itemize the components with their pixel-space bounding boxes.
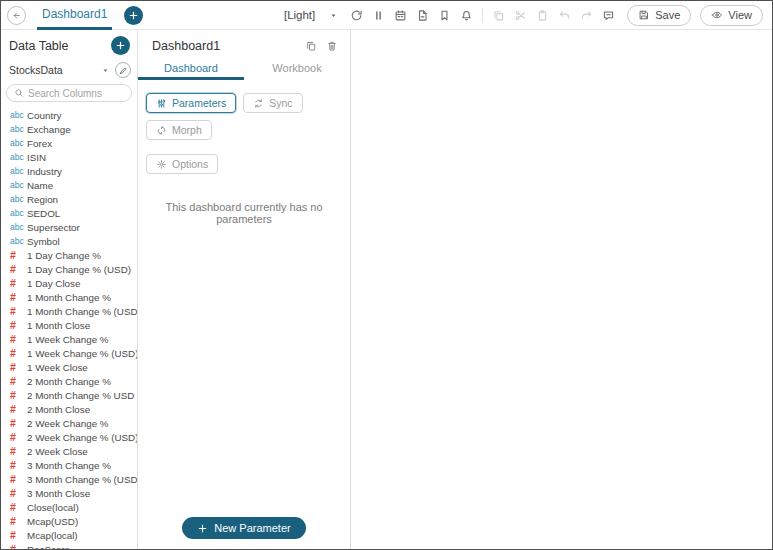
column-item[interactable]: abcCountry bbox=[10, 108, 137, 122]
notifications-icon[interactable] bbox=[457, 6, 476, 24]
new-parameter-button[interactable]: New Parameter bbox=[182, 517, 305, 539]
column-item[interactable]: #1 Day Close bbox=[10, 276, 137, 290]
duplicate-icon bbox=[305, 40, 317, 52]
edit-table-button[interactable] bbox=[115, 62, 131, 78]
column-item[interactable]: abcExchange bbox=[10, 122, 137, 136]
column-item[interactable]: #2 Week Change % bbox=[10, 416, 137, 430]
table-name[interactable]: StocksData bbox=[9, 64, 63, 76]
theme-label: [Light] bbox=[284, 9, 315, 21]
morph-button[interactable]: Morph bbox=[146, 120, 212, 140]
column-label: 1 Month Change % (USD) bbox=[27, 306, 137, 317]
search-icon bbox=[14, 88, 24, 98]
column-item[interactable]: #2 Month Close bbox=[10, 402, 137, 416]
numeric-type-icon: # bbox=[10, 375, 27, 387]
pencil-icon bbox=[119, 66, 128, 75]
column-item[interactable]: #1 Week Change % (USD) bbox=[10, 346, 137, 360]
text-type-icon: abc bbox=[10, 166, 27, 176]
numeric-type-icon: # bbox=[10, 529, 27, 541]
tab-workbook[interactable]: Workbook bbox=[244, 58, 350, 80]
duplicate-dashboard-button[interactable] bbox=[305, 40, 317, 52]
column-item[interactable]: abcSupersector bbox=[10, 220, 137, 234]
column-item[interactable]: #Close(local) bbox=[10, 500, 137, 514]
pause-icon[interactable] bbox=[369, 6, 388, 24]
numeric-type-icon: # bbox=[10, 277, 27, 289]
gear-icon bbox=[156, 159, 167, 170]
redo-icon bbox=[577, 6, 596, 24]
column-item[interactable]: #1 Month Change % (USD) bbox=[10, 304, 137, 318]
column-item[interactable]: #1 Week Close bbox=[10, 360, 137, 374]
panel-title: Dashboard1 bbox=[152, 39, 220, 53]
dashboard-canvas[interactable] bbox=[351, 30, 772, 549]
column-item[interactable]: #Mcap(local) bbox=[10, 528, 137, 542]
column-item[interactable]: #2 Week Close bbox=[10, 444, 137, 458]
column-item[interactable]: abcSEDOL bbox=[10, 206, 137, 220]
caret-down-icon[interactable] bbox=[101, 66, 110, 75]
column-item[interactable]: abcIndustry bbox=[10, 164, 137, 178]
column-item[interactable]: abcISIN bbox=[10, 150, 137, 164]
column-item[interactable]: #1 Week Change % bbox=[10, 332, 137, 346]
add-dashboard-button[interactable] bbox=[124, 6, 143, 25]
column-item[interactable]: abcRegion bbox=[10, 192, 137, 206]
add-data-table-button[interactable] bbox=[111, 36, 130, 55]
bookmark-icon[interactable] bbox=[435, 6, 454, 24]
view-button-label: View bbox=[728, 9, 752, 21]
new-parameter-label: New Parameter bbox=[214, 522, 290, 534]
column-item[interactable]: #3 Month Change % (USD) bbox=[10, 472, 137, 486]
column-item[interactable]: #Mcap(USD) bbox=[10, 514, 137, 528]
column-item[interactable]: #1 Month Close bbox=[10, 318, 137, 332]
text-type-icon: abc bbox=[10, 152, 27, 162]
delete-dashboard-button[interactable] bbox=[326, 40, 338, 52]
column-item[interactable]: abcForex bbox=[10, 136, 137, 150]
comment-icon[interactable] bbox=[599, 6, 618, 24]
column-item[interactable]: #2 Month Change % USD bbox=[10, 388, 137, 402]
column-label: Mcap(USD) bbox=[27, 516, 78, 527]
theme-selector[interactable]: [Light] bbox=[284, 9, 338, 21]
column-item[interactable]: #2 Week Change % (USD) bbox=[10, 430, 137, 444]
column-label: 1 Month Close bbox=[27, 320, 90, 331]
save-button-label: Save bbox=[655, 9, 680, 21]
sync-button-label: Sync bbox=[269, 97, 292, 109]
column-item[interactable]: #3 Month Close bbox=[10, 486, 137, 500]
plus-icon bbox=[197, 523, 208, 534]
save-button[interactable]: Save bbox=[627, 5, 691, 26]
refresh-icon[interactable] bbox=[347, 6, 366, 24]
top-toolbar: Dashboard1 [Light] Save View bbox=[1, 1, 772, 30]
column-item[interactable]: abcName bbox=[10, 178, 137, 192]
column-label: Supersector bbox=[27, 222, 80, 233]
tab-dashboard1[interactable]: Dashboard1 bbox=[37, 1, 112, 30]
parameters-button[interactable]: Parameters bbox=[146, 93, 236, 113]
save-icon bbox=[638, 9, 650, 21]
search-columns-input[interactable] bbox=[28, 88, 124, 99]
column-item[interactable]: #3 Month Change % bbox=[10, 458, 137, 472]
export-file-icon[interactable] bbox=[413, 6, 432, 24]
column-item[interactable]: #RecScore bbox=[10, 542, 137, 549]
sync-button[interactable]: Sync bbox=[243, 93, 302, 113]
numeric-type-icon: # bbox=[10, 249, 27, 261]
column-item[interactable]: abcSymbol bbox=[10, 234, 137, 248]
tab-workbook-label: Workbook bbox=[272, 62, 321, 74]
numeric-type-icon: # bbox=[10, 263, 27, 275]
options-button[interactable]: Options bbox=[146, 154, 218, 174]
tab-dashboard[interactable]: Dashboard bbox=[138, 58, 244, 80]
column-label: 2 Month Change % USD bbox=[27, 390, 134, 401]
back-button[interactable] bbox=[7, 6, 26, 25]
parameter-toolbar: Parameters Sync Morph Options bbox=[138, 80, 350, 174]
numeric-type-icon: # bbox=[10, 543, 27, 549]
column-label: Symbol bbox=[27, 236, 60, 247]
column-item[interactable]: #1 Day Change % (USD) bbox=[10, 262, 137, 276]
column-label: 2 Week Change % (USD) bbox=[27, 432, 137, 443]
view-button[interactable]: View bbox=[700, 5, 763, 26]
paste-icon bbox=[533, 6, 552, 24]
plus-icon bbox=[128, 10, 139, 21]
table-selector-row: StocksData bbox=[1, 58, 137, 81]
panel-actions bbox=[305, 40, 338, 52]
column-item[interactable]: #1 Day Change % bbox=[10, 248, 137, 262]
column-item[interactable]: #2 Month Change % bbox=[10, 374, 137, 388]
schedule-icon[interactable] bbox=[391, 6, 410, 24]
numeric-type-icon: # bbox=[10, 473, 27, 485]
column-label: 3 Month Close bbox=[27, 488, 90, 499]
options-button-label: Options bbox=[172, 158, 208, 170]
column-list: abcCountryabcExchangeabcForexabcISINabcI… bbox=[1, 106, 137, 549]
data-table-sidebar: Data Table StocksData abcCountryabcExcha… bbox=[1, 30, 138, 549]
column-item[interactable]: #1 Month Change % bbox=[10, 290, 137, 304]
